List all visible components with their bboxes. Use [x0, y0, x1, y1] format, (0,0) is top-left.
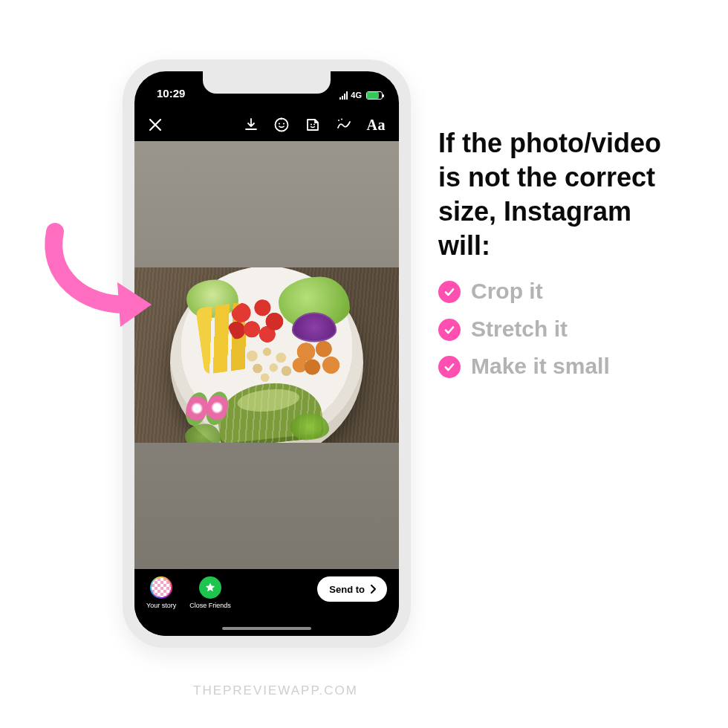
- svg-point-4: [313, 124, 315, 126]
- bullet-text: Stretch it: [471, 314, 568, 345]
- your-story-target[interactable]: Your story: [146, 576, 176, 609]
- bullet-crop: Crop it: [438, 276, 683, 307]
- story-editor-toolbar: Aa: [134, 111, 399, 138]
- draw-button[interactable]: [336, 117, 352, 133]
- send-to-label: Send to: [329, 584, 365, 595]
- explainer-heading: If the photo/video is not the correct si…: [438, 126, 683, 263]
- svg-point-2: [282, 123, 284, 124]
- text-tool-button[interactable]: Aa: [367, 117, 386, 134]
- story-canvas[interactable]: [134, 141, 399, 569]
- svg-point-1: [278, 123, 279, 124]
- chevron-right-icon: [368, 584, 378, 594]
- explainer-list: Crop it Stretch it Make it small: [438, 276, 683, 382]
- your-story-avatar-icon: [150, 576, 172, 599]
- bullet-text: Make it small: [471, 351, 610, 382]
- battery-icon: [366, 91, 383, 100]
- bullet-small: Make it small: [438, 351, 683, 382]
- cell-label: 4G: [351, 91, 362, 100]
- close-friends-label: Close Friends: [189, 602, 231, 609]
- svg-point-0: [275, 119, 287, 131]
- close-icon: [148, 117, 163, 132]
- sticker-icon: [305, 117, 321, 133]
- face-filter-button[interactable]: [273, 117, 290, 133]
- phone-mockup: 10:29 4G: [123, 59, 411, 648]
- story-bottom-bar: Your story Close Friends Send to: [134, 569, 399, 636]
- status-bar: 10:29 4G: [134, 71, 399, 101]
- sticker-button[interactable]: [305, 117, 321, 133]
- status-right: 4G: [339, 91, 383, 100]
- close-friends-star-icon: [199, 576, 221, 599]
- svg-point-6: [341, 119, 342, 120]
- download-icon: [244, 117, 259, 132]
- draw-icon: [336, 117, 352, 133]
- svg-point-5: [338, 120, 339, 121]
- svg-point-3: [311, 124, 312, 126]
- watermark: THEPREVIEWAPP.COM: [193, 683, 358, 698]
- download-button[interactable]: [244, 117, 259, 132]
- status-time: 10:29: [157, 87, 185, 100]
- uploaded-photo[interactable]: [134, 267, 399, 443]
- phone-screen: 10:29 4G: [134, 71, 399, 636]
- explainer-copy: If the photo/video is not the correct si…: [438, 126, 683, 389]
- send-to-button[interactable]: Send to: [317, 576, 387, 602]
- check-icon: [438, 319, 461, 341]
- home-indicator: [222, 627, 311, 630]
- your-story-label: Your story: [146, 602, 176, 609]
- check-icon: [438, 356, 461, 378]
- bullet-text: Crop it: [471, 276, 543, 307]
- close-friends-target[interactable]: Close Friends: [189, 576, 231, 609]
- face-filter-icon: [273, 117, 290, 133]
- close-button[interactable]: [148, 117, 163, 132]
- check-icon: [438, 281, 461, 303]
- bullet-stretch: Stretch it: [438, 314, 683, 345]
- cell-signal-icon: [339, 91, 348, 100]
- food-bowl: [170, 267, 363, 443]
